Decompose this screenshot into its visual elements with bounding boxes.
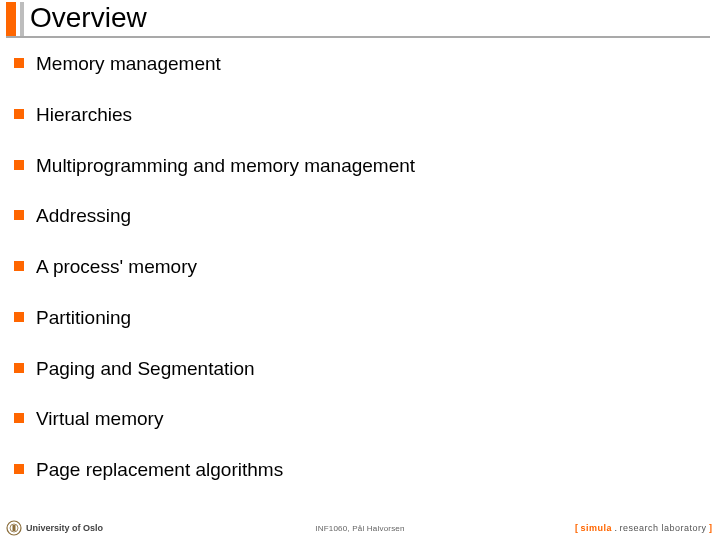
- list-item: A process' memory: [14, 255, 706, 279]
- bullet-icon: [14, 464, 24, 474]
- list-item: Multiprogramming and memory management: [14, 154, 706, 178]
- svg-rect-2: [13, 525, 16, 531]
- item-text: Partitioning: [36, 306, 131, 330]
- bullet-icon: [14, 160, 24, 170]
- bullet-icon: [14, 413, 24, 423]
- simula-logo-text: simula: [580, 523, 612, 533]
- title-bar: Overview: [0, 0, 720, 36]
- list-item: Memory management: [14, 52, 706, 76]
- bullet-list: Memory management Hierarchies Multiprogr…: [0, 38, 720, 482]
- bullet-icon: [14, 58, 24, 68]
- item-text: Paging and Segmentation: [36, 357, 255, 381]
- bullet-icon: [14, 109, 24, 119]
- footer-center-text: INF1060, Pål Halvorsen: [315, 524, 404, 533]
- item-text: Virtual memory: [36, 407, 163, 431]
- footer-right: [ simula . research laboratory ]: [575, 523, 712, 533]
- footer-left-text: University of Oslo: [26, 523, 103, 533]
- title-accent-gray: [20, 2, 24, 36]
- lab-text: research laboratory: [619, 523, 706, 533]
- title-accent-orange: [6, 2, 16, 36]
- bullet-icon: [14, 261, 24, 271]
- list-item: Paging and Segmentation: [14, 357, 706, 381]
- list-item: Virtual memory: [14, 407, 706, 431]
- item-text: Addressing: [36, 204, 131, 228]
- bullet-icon: [14, 312, 24, 322]
- bullet-icon: [14, 210, 24, 220]
- item-text: Page replacement algorithms: [36, 458, 283, 482]
- item-text: Multiprogramming and memory management: [36, 154, 415, 178]
- item-text: Memory management: [36, 52, 221, 76]
- list-item: Addressing: [14, 204, 706, 228]
- item-text: A process' memory: [36, 255, 197, 279]
- slide-title: Overview: [30, 2, 147, 34]
- bracket-close: ]: [707, 523, 713, 533]
- list-item: Partitioning: [14, 306, 706, 330]
- list-item: Page replacement algorithms: [14, 458, 706, 482]
- university-seal-icon: [6, 520, 22, 536]
- bullet-icon: [14, 363, 24, 373]
- footer: University of Oslo INF1060, Pål Halvorse…: [0, 520, 720, 536]
- footer-left: University of Oslo: [6, 520, 103, 536]
- item-text: Hierarchies: [36, 103, 132, 127]
- list-item: Hierarchies: [14, 103, 706, 127]
